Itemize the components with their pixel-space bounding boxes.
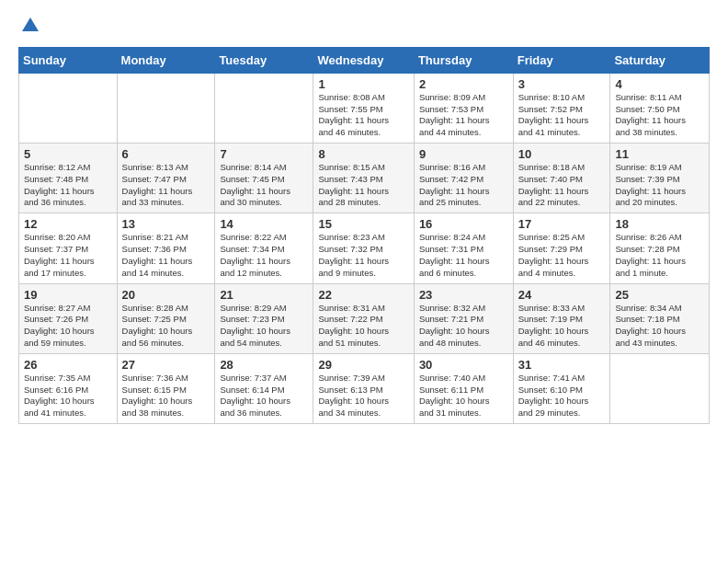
calendar-cell: 19Sunrise: 8:27 AM Sunset: 7:26 PM Dayli… [19,283,118,353]
day-number: 5 [24,147,112,161]
day-number: 4 [615,77,704,91]
calendar-week-row: 26Sunrise: 7:35 AM Sunset: 6:16 PM Dayli… [19,353,710,423]
calendar-cell: 18Sunrise: 8:26 AM Sunset: 7:28 PM Dayli… [610,213,710,283]
calendar-cell: 16Sunrise: 8:24 AM Sunset: 7:31 PM Dayli… [414,213,513,283]
weekday-header: Sunday [19,47,118,73]
day-info: Sunrise: 8:12 AM Sunset: 7:48 PM Dayligh… [24,162,112,209]
calendar-cell: 10Sunrise: 8:18 AM Sunset: 7:40 PM Dayli… [513,144,610,213]
day-number: 26 [24,358,112,372]
day-number: 14 [220,217,308,231]
calendar-cell: 28Sunrise: 7:37 AM Sunset: 6:14 PM Dayli… [215,353,313,423]
calendar-cell: 7Sunrise: 8:14 AM Sunset: 7:45 PM Daylig… [215,144,313,213]
calendar-cell: 27Sunrise: 7:36 AM Sunset: 6:15 PM Dayli… [117,353,215,423]
calendar-week-row: 5Sunrise: 8:12 AM Sunset: 7:48 PM Daylig… [19,144,710,213]
day-info: Sunrise: 8:27 AM Sunset: 7:26 PM Dayligh… [24,303,112,350]
day-number: 18 [615,217,704,231]
calendar-week-row: 1Sunrise: 8:08 AM Sunset: 7:55 PM Daylig… [19,73,710,143]
logo-icon [20,15,40,35]
calendar-cell: 12Sunrise: 8:20 AM Sunset: 7:37 PM Dayli… [19,213,118,283]
day-number: 9 [419,147,508,161]
day-number: 31 [518,358,606,372]
calendar-cell: 30Sunrise: 7:40 AM Sunset: 6:11 PM Dayli… [414,353,513,423]
day-info: Sunrise: 8:26 AM Sunset: 7:28 PM Dayligh… [615,232,704,279]
day-info: Sunrise: 8:33 AM Sunset: 7:19 PM Dayligh… [518,303,606,350]
calendar-cell: 3Sunrise: 8:10 AM Sunset: 7:52 PM Daylig… [513,73,610,143]
weekday-header: Saturday [610,47,710,73]
day-info: Sunrise: 8:21 AM Sunset: 7:36 PM Dayligh… [122,232,210,279]
header [18,15,710,40]
calendar-cell: 15Sunrise: 8:23 AM Sunset: 7:32 PM Dayli… [313,213,414,283]
day-number: 1 [318,77,408,91]
weekday-header-row: SundayMondayTuesdayWednesdayThursdayFrid… [19,47,710,73]
day-number: 20 [122,288,210,302]
day-number: 17 [518,217,606,231]
day-info: Sunrise: 7:40 AM Sunset: 6:11 PM Dayligh… [419,373,508,419]
calendar-cell: 2Sunrise: 8:09 AM Sunset: 7:53 PM Daylig… [414,73,513,143]
calendar-cell: 8Sunrise: 8:15 AM Sunset: 7:43 PM Daylig… [313,144,414,213]
day-info: Sunrise: 8:25 AM Sunset: 7:29 PM Dayligh… [518,232,606,279]
day-info: Sunrise: 8:18 AM Sunset: 7:40 PM Dayligh… [518,162,606,209]
calendar-body: 1Sunrise: 8:08 AM Sunset: 7:55 PM Daylig… [19,73,710,423]
day-info: Sunrise: 8:08 AM Sunset: 7:55 PM Dayligh… [318,92,408,139]
day-info: Sunrise: 7:39 AM Sunset: 6:13 PM Dayligh… [318,373,408,419]
day-info: Sunrise: 8:32 AM Sunset: 7:21 PM Dayligh… [419,303,508,350]
calendar-cell: 22Sunrise: 8:31 AM Sunset: 7:22 PM Dayli… [313,283,414,353]
day-info: Sunrise: 7:41 AM Sunset: 6:10 PM Dayligh… [518,373,606,419]
day-number: 29 [318,358,408,372]
day-number: 25 [615,288,704,302]
day-info: Sunrise: 8:11 AM Sunset: 7:50 PM Dayligh… [615,92,704,139]
calendar-cell [215,73,313,143]
weekday-header: Monday [117,47,215,73]
calendar-cell: 11Sunrise: 8:19 AM Sunset: 7:39 PM Dayli… [610,144,710,213]
day-number: 23 [419,288,508,302]
day-info: Sunrise: 8:14 AM Sunset: 7:45 PM Dayligh… [220,162,308,209]
calendar-cell: 24Sunrise: 8:33 AM Sunset: 7:19 PM Dayli… [513,283,610,353]
day-info: Sunrise: 8:09 AM Sunset: 7:53 PM Dayligh… [419,92,508,139]
weekday-header: Wednesday [313,47,414,73]
svg-marker-0 [22,17,39,31]
weekday-header: Tuesday [215,47,313,73]
day-number: 10 [518,147,606,161]
logo-general-text [18,20,40,39]
day-number: 24 [518,288,606,302]
calendar-week-row: 19Sunrise: 8:27 AM Sunset: 7:26 PM Dayli… [19,283,710,353]
day-number: 2 [419,77,508,91]
calendar-cell: 5Sunrise: 8:12 AM Sunset: 7:48 PM Daylig… [19,144,118,213]
day-number: 22 [318,288,408,302]
calendar-cell: 23Sunrise: 8:32 AM Sunset: 7:21 PM Dayli… [414,283,513,353]
day-number: 15 [318,217,408,231]
day-info: Sunrise: 7:36 AM Sunset: 6:15 PM Dayligh… [122,373,210,419]
calendar-cell: 21Sunrise: 8:29 AM Sunset: 7:23 PM Dayli… [215,283,313,353]
day-info: Sunrise: 8:15 AM Sunset: 7:43 PM Dayligh… [318,162,408,209]
day-number: 7 [220,147,308,161]
day-info: Sunrise: 8:22 AM Sunset: 7:34 PM Dayligh… [220,232,308,279]
weekday-header: Friday [513,47,610,73]
weekday-header: Thursday [414,47,513,73]
calendar-cell [117,73,215,143]
day-info: Sunrise: 8:31 AM Sunset: 7:22 PM Dayligh… [318,303,408,350]
day-number: 21 [220,288,308,302]
calendar-cell: 4Sunrise: 8:11 AM Sunset: 7:50 PM Daylig… [610,73,710,143]
day-number: 28 [220,358,308,372]
calendar-cell: 26Sunrise: 7:35 AM Sunset: 6:16 PM Dayli… [19,353,118,423]
day-number: 16 [419,217,508,231]
page: SundayMondayTuesdayWednesdayThursdayFrid… [0,0,728,433]
day-number: 8 [318,147,408,161]
day-info: Sunrise: 8:13 AM Sunset: 7:47 PM Dayligh… [122,162,210,209]
calendar-cell: 9Sunrise: 8:16 AM Sunset: 7:42 PM Daylig… [414,144,513,213]
day-info: Sunrise: 8:19 AM Sunset: 7:39 PM Dayligh… [615,162,704,209]
calendar-cell [19,73,118,143]
day-number: 27 [122,358,210,372]
day-number: 3 [518,77,606,91]
calendar-week-row: 12Sunrise: 8:20 AM Sunset: 7:37 PM Dayli… [19,213,710,283]
calendar-cell: 14Sunrise: 8:22 AM Sunset: 7:34 PM Dayli… [215,213,313,283]
calendar-cell: 1Sunrise: 8:08 AM Sunset: 7:55 PM Daylig… [313,73,414,143]
day-info: Sunrise: 8:20 AM Sunset: 7:37 PM Dayligh… [24,232,112,279]
day-number: 11 [615,147,704,161]
day-info: Sunrise: 7:35 AM Sunset: 6:16 PM Dayligh… [24,373,112,419]
day-info: Sunrise: 8:24 AM Sunset: 7:31 PM Dayligh… [419,232,508,279]
calendar-cell: 20Sunrise: 8:28 AM Sunset: 7:25 PM Dayli… [117,283,215,353]
day-info: Sunrise: 8:28 AM Sunset: 7:25 PM Dayligh… [122,303,210,350]
calendar-cell: 25Sunrise: 8:34 AM Sunset: 7:18 PM Dayli… [610,283,710,353]
calendar: SundayMondayTuesdayWednesdayThursdayFrid… [18,47,710,424]
